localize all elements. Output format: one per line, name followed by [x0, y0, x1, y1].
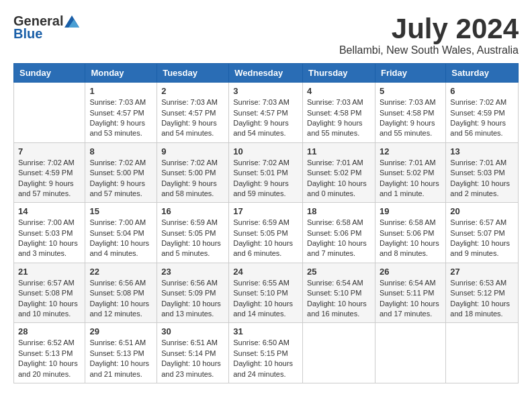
calendar-table: SundayMondayTuesdayWednesdayThursdayFrid…	[13, 63, 519, 383]
calendar-cell: 30Sunrise: 6:51 AM Sunset: 5:14 PM Dayli…	[157, 323, 229, 383]
day-info: Sunrise: 6:52 AM Sunset: 5:13 PM Dayligh…	[18, 338, 81, 379]
calendar-cell: 3Sunrise: 7:03 AM Sunset: 4:57 PM Daylig…	[229, 83, 303, 143]
day-info: Sunrise: 7:03 AM Sunset: 4:57 PM Dayligh…	[89, 97, 152, 139]
day-info: Sunrise: 6:58 AM Sunset: 5:06 PM Dayligh…	[307, 218, 371, 259]
day-info: Sunrise: 7:01 AM Sunset: 5:02 PM Dayligh…	[307, 158, 371, 199]
calendar-cell: 11Sunrise: 7:01 AM Sunset: 5:02 PM Dayli…	[303, 142, 375, 203]
calendar-cell	[14, 83, 85, 143]
page-header: General Blue July 2024 Bellambi, New Sou…	[13, 13, 519, 56]
calendar-cell: 9Sunrise: 7:02 AM Sunset: 5:00 PM Daylig…	[157, 142, 229, 203]
day-info: Sunrise: 7:02 AM Sunset: 4:59 PM Dayligh…	[450, 97, 514, 139]
day-info: Sunrise: 7:02 AM Sunset: 5:00 PM Dayligh…	[161, 158, 224, 199]
calendar-cell: 1Sunrise: 7:03 AM Sunset: 4:57 PM Daylig…	[85, 83, 157, 143]
calendar-cell: 5Sunrise: 7:03 AM Sunset: 4:58 PM Daylig…	[375, 83, 445, 143]
day-number: 9	[161, 146, 224, 156]
day-number: 2	[161, 86, 224, 96]
day-number: 19	[380, 206, 441, 216]
day-number: 16	[161, 206, 224, 216]
day-number: 3	[233, 86, 298, 96]
calendar-cell: 28Sunrise: 6:52 AM Sunset: 5:13 PM Dayli…	[14, 323, 85, 383]
calendar-cell	[303, 323, 375, 383]
calendar-cell: 18Sunrise: 6:58 AM Sunset: 5:06 PM Dayli…	[303, 203, 375, 263]
calendar-cell: 4Sunrise: 7:03 AM Sunset: 4:58 PM Daylig…	[303, 83, 375, 143]
calendar-cell: 10Sunrise: 7:02 AM Sunset: 5:01 PM Dayli…	[229, 142, 303, 203]
calendar-cell: 13Sunrise: 7:01 AM Sunset: 5:03 PM Dayli…	[446, 142, 519, 203]
day-number: 8	[89, 146, 152, 156]
day-info: Sunrise: 6:58 AM Sunset: 5:06 PM Dayligh…	[380, 218, 441, 259]
logo-blue-text: Blue	[13, 26, 42, 42]
calendar-cell: 19Sunrise: 6:58 AM Sunset: 5:06 PM Dayli…	[375, 203, 445, 263]
day-number: 22	[89, 267, 152, 277]
day-number: 10	[233, 146, 298, 156]
day-info: Sunrise: 6:55 AM Sunset: 5:10 PM Dayligh…	[233, 278, 298, 320]
day-info: Sunrise: 7:03 AM Sunset: 4:57 PM Dayligh…	[233, 97, 298, 139]
day-info: Sunrise: 7:03 AM Sunset: 4:57 PM Dayligh…	[161, 97, 224, 139]
weekday-header-saturday: Saturday	[446, 64, 519, 83]
calendar-cell: 29Sunrise: 6:51 AM Sunset: 5:13 PM Dayli…	[85, 323, 157, 383]
calendar-cell: 25Sunrise: 6:54 AM Sunset: 5:10 PM Dayli…	[303, 263, 375, 323]
day-number: 4	[307, 86, 371, 96]
day-number: 29	[89, 326, 152, 336]
day-number: 12	[380, 146, 441, 156]
calendar-cell: 23Sunrise: 6:56 AM Sunset: 5:09 PM Dayli…	[157, 263, 229, 323]
day-number: 5	[380, 86, 441, 96]
day-info: Sunrise: 6:51 AM Sunset: 5:14 PM Dayligh…	[161, 338, 224, 379]
day-info: Sunrise: 7:01 AM Sunset: 5:03 PM Dayligh…	[450, 158, 514, 199]
weekday-header-tuesday: Tuesday	[157, 64, 229, 83]
calendar-cell	[375, 323, 445, 383]
calendar-cell: 6Sunrise: 7:02 AM Sunset: 4:59 PM Daylig…	[446, 83, 519, 143]
calendar-cell: 17Sunrise: 6:59 AM Sunset: 5:05 PM Dayli…	[229, 203, 303, 263]
day-number: 1	[89, 86, 152, 96]
day-info: Sunrise: 6:59 AM Sunset: 5:05 PM Dayligh…	[233, 218, 298, 259]
day-info: Sunrise: 6:57 AM Sunset: 5:08 PM Dayligh…	[18, 278, 81, 320]
day-info: Sunrise: 6:54 AM Sunset: 5:10 PM Dayligh…	[307, 278, 371, 320]
calendar-cell: 8Sunrise: 7:02 AM Sunset: 5:00 PM Daylig…	[85, 142, 157, 203]
day-number: 30	[161, 326, 224, 336]
calendar-cell: 2Sunrise: 7:03 AM Sunset: 4:57 PM Daylig…	[157, 83, 229, 143]
weekday-header-sunday: Sunday	[14, 64, 85, 83]
day-info: Sunrise: 7:01 AM Sunset: 5:02 PM Dayligh…	[380, 158, 441, 199]
calendar-cell: 24Sunrise: 6:55 AM Sunset: 5:10 PM Dayli…	[229, 263, 303, 323]
day-info: Sunrise: 7:03 AM Sunset: 4:58 PM Dayligh…	[380, 97, 441, 139]
calendar-cell: 22Sunrise: 6:56 AM Sunset: 5:08 PM Dayli…	[85, 263, 157, 323]
day-info: Sunrise: 7:02 AM Sunset: 5:00 PM Dayligh…	[89, 158, 152, 199]
weekday-header-friday: Friday	[375, 64, 445, 83]
day-info: Sunrise: 7:03 AM Sunset: 4:58 PM Dayligh…	[307, 97, 371, 139]
calendar-cell: 14Sunrise: 7:00 AM Sunset: 5:03 PM Dayli…	[14, 203, 85, 263]
logo: General Blue	[13, 13, 79, 42]
day-number: 25	[307, 267, 371, 277]
day-info: Sunrise: 6:59 AM Sunset: 5:05 PM Dayligh…	[161, 218, 224, 259]
calendar-cell	[446, 323, 519, 383]
day-info: Sunrise: 6:56 AM Sunset: 5:09 PM Dayligh…	[161, 278, 224, 320]
day-number: 26	[380, 267, 441, 277]
calendar-cell: 12Sunrise: 7:01 AM Sunset: 5:02 PM Dayli…	[375, 142, 445, 203]
weekday-header-wednesday: Wednesday	[229, 64, 303, 83]
day-number: 18	[307, 206, 371, 216]
calendar-cell: 16Sunrise: 6:59 AM Sunset: 5:05 PM Dayli…	[157, 203, 229, 263]
day-number: 7	[18, 146, 81, 156]
day-info: Sunrise: 7:02 AM Sunset: 5:01 PM Dayligh…	[233, 158, 298, 199]
day-number: 15	[89, 206, 152, 216]
day-info: Sunrise: 6:51 AM Sunset: 5:13 PM Dayligh…	[89, 338, 152, 379]
calendar-cell: 26Sunrise: 6:54 AM Sunset: 5:11 PM Dayli…	[375, 263, 445, 323]
location-title: Bellambi, New South Wales, Australia	[339, 44, 519, 56]
day-info: Sunrise: 7:00 AM Sunset: 5:03 PM Dayligh…	[18, 218, 81, 259]
day-number: 23	[161, 267, 224, 277]
weekday-header-monday: Monday	[85, 64, 157, 83]
day-number: 11	[307, 146, 371, 156]
calendar-cell: 15Sunrise: 7:00 AM Sunset: 5:04 PM Dayli…	[85, 203, 157, 263]
day-number: 14	[18, 206, 81, 216]
day-number: 28	[18, 326, 81, 336]
day-info: Sunrise: 6:57 AM Sunset: 5:07 PM Dayligh…	[450, 218, 514, 259]
day-number: 27	[450, 267, 514, 277]
day-number: 20	[450, 206, 514, 216]
calendar-cell: 7Sunrise: 7:02 AM Sunset: 4:59 PM Daylig…	[14, 142, 85, 203]
day-info: Sunrise: 6:54 AM Sunset: 5:11 PM Dayligh…	[380, 278, 441, 320]
title-block: July 2024 Bellambi, New South Wales, Aus…	[339, 13, 519, 56]
day-info: Sunrise: 7:02 AM Sunset: 4:59 PM Dayligh…	[18, 158, 81, 199]
day-number: 13	[450, 146, 514, 156]
logo-icon	[64, 15, 79, 28]
month-title: July 2024	[339, 13, 519, 44]
calendar-cell: 27Sunrise: 6:53 AM Sunset: 5:12 PM Dayli…	[446, 263, 519, 323]
day-info: Sunrise: 6:53 AM Sunset: 5:12 PM Dayligh…	[450, 278, 514, 320]
